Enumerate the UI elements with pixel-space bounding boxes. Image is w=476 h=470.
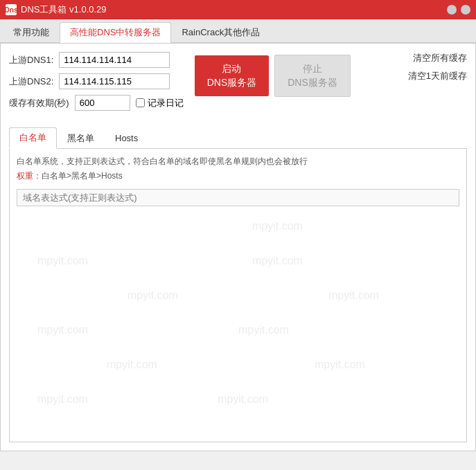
dns2-input[interactable] <box>59 73 170 89</box>
main-content: 上游DNS1: 上游DNS2: 缓存有效期(秒) 记录日记 启动 DNS服务器 … <box>0 43 476 451</box>
log-checkbox-label: 记录日记 <box>136 97 184 109</box>
main-tab-bar: 常用功能 高性能DNS中转服务器 RainCrack其他作品 <box>0 19 476 43</box>
tab-dns-relay[interactable]: 高性能DNS中转服务器 <box>60 22 171 43</box>
watermark-10: mpyit.com <box>37 393 88 406</box>
title-bar: Dns DNS工具箱 v1.0.0.29 <box>0 0 476 19</box>
watermark-8: mpyit.com <box>107 359 157 371</box>
watermark-1: mpyit.com <box>252 220 303 233</box>
sub-tab-bar: 白名单 黑名单 Hosts <box>9 127 467 149</box>
clear-1day-cache-button[interactable]: 清空1天前缓存 <box>408 70 467 82</box>
tab-common[interactable]: 常用功能 <box>3 22 60 42</box>
right-actions: 清空所有缓存 清空1天前缓存 <box>408 52 467 85</box>
priority-value: 白名单>黑名单>Hosts <box>42 171 123 181</box>
watermark-11: mpyit.com <box>218 393 268 406</box>
watermark-area: mpyit.com mpyit.com mpyit.com mpyit.com … <box>17 206 459 435</box>
cache-label: 缓存有效期(秒) <box>9 97 69 109</box>
app-title: DNS工具箱 v1.0.0.29 <box>21 3 107 16</box>
watermark-3: mpyit.com <box>252 255 303 267</box>
cache-input[interactable] <box>75 95 130 111</box>
tab-hosts[interactable]: Hosts <box>105 127 148 148</box>
whitelist-tab-content: 白名单系统，支持正则表达式，符合白名单的域名即使黑名单规则内也会被放行 权重：白… <box>9 149 467 442</box>
watermark-9: mpyit.com <box>315 359 365 371</box>
clear-all-cache-button[interactable]: 清空所有缓存 <box>413 52 467 64</box>
whitelist-info: 白名单系统，支持正则表达式，符合白名单的域名即使黑名单规则内也会被放行 <box>17 156 459 168</box>
watermark-2: mpyit.com <box>37 255 88 267</box>
dns1-label: 上游DNS1: <box>9 54 53 66</box>
domain-expression-input[interactable] <box>17 189 459 206</box>
watermark-6: mpyit.com <box>37 324 88 336</box>
watermark-7: mpyit.com <box>238 324 289 336</box>
watermark-4: mpyit.com <box>127 289 178 302</box>
dns2-label: 上游DNS2: <box>9 75 53 88</box>
dns1-row: 上游DNS1: <box>9 52 184 68</box>
cache-row: 缓存有效期(秒) 记录日记 <box>9 95 184 111</box>
form-section: 上游DNS1: 上游DNS2: 缓存有效期(秒) 记录日记 <box>9 52 184 116</box>
tab-whitelist[interactable]: 白名单 <box>9 127 57 149</box>
start-dns-button[interactable]: 启动 DNS服务器 <box>195 55 270 96</box>
close-button[interactable] <box>461 5 470 15</box>
top-controls: 上游DNS1: 上游DNS2: 缓存有效期(秒) 记录日记 启动 DNS服务器 … <box>9 52 467 116</box>
window-controls <box>447 5 470 15</box>
minimize-button[interactable] <box>447 5 457 15</box>
watermark-5: mpyit.com <box>328 289 379 302</box>
priority-label-text: 权重： <box>17 171 42 181</box>
dns2-row: 上游DNS2: <box>9 73 184 89</box>
tab-other-works[interactable]: RainCrack其他作品 <box>171 22 270 42</box>
tab-blacklist[interactable]: 黑名单 <box>57 127 105 148</box>
action-buttons: 启动 DNS服务器 停止 DNS服务器 <box>195 55 351 97</box>
log-label: 记录日记 <box>148 97 184 109</box>
dns1-input[interactable] <box>59 52 170 68</box>
log-checkbox[interactable] <box>136 98 145 107</box>
app-icon: Dns <box>6 4 17 15</box>
stop-dns-button: 停止 DNS服务器 <box>274 55 351 97</box>
whitelist-priority: 权重：白名单>黑名单>Hosts <box>17 170 459 182</box>
